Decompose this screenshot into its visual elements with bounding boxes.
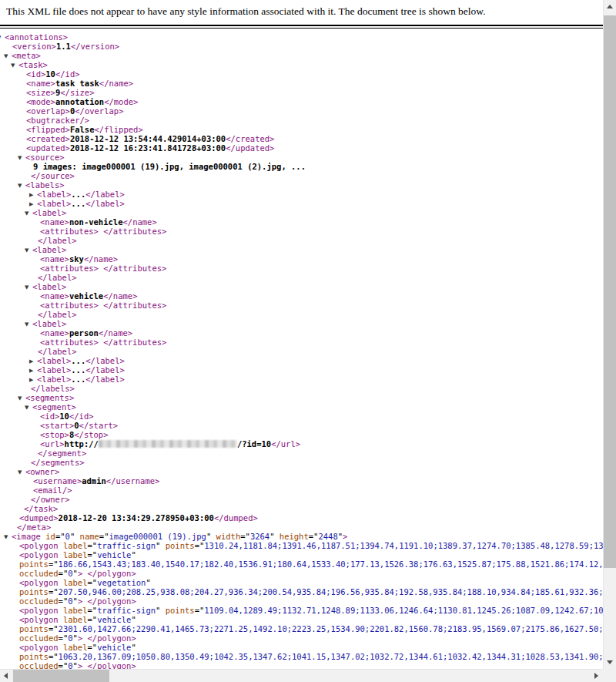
scroll-down-button[interactable]	[604, 656, 616, 669]
xml-tag: <url>	[40, 439, 65, 449]
xml-line: occluded="0"> </polygon>	[0, 569, 603, 578]
scroll-up-icon	[607, 5, 613, 8]
vertical-scrollbar-thumb[interactable]	[604, 15, 616, 568]
horizontal-scrollbar[interactable]	[0, 669, 603, 682]
xml-attr-name: label	[63, 615, 88, 624]
xml-tag: <bugtracker/>	[26, 116, 89, 125]
xml-tag: </created>	[226, 134, 274, 143]
xml-tag: </size>	[60, 88, 94, 97]
expand-arrow-icon[interactable]: ▶	[29, 357, 37, 365]
xml-tag: <mode>	[26, 97, 55, 106]
xml-line: <stop>8</stop>	[0, 430, 603, 439]
collapse-arrow-icon[interactable]: ▼	[18, 181, 25, 190]
expand-arrow-icon[interactable]: ▶	[29, 200, 37, 208]
xml-line: ▼<image id="0" name="image000001 (19).jp…	[0, 532, 603, 541]
xml-attr-value: traffic-sign	[97, 541, 156, 550]
scroll-right-button[interactable]	[590, 670, 603, 682]
xml-line: </owner>	[0, 495, 603, 504]
xml-attr-name: label	[63, 541, 88, 550]
xml-line: ▼<task>	[0, 60, 603, 69]
xml-line: <name>task task</name>	[0, 79, 603, 88]
xml-line: <mode>annotation</mode>	[0, 97, 603, 106]
collapse-arrow-icon[interactable]: ▼	[25, 283, 32, 291]
xml-tag: <label>	[37, 375, 71, 384]
xml-punct: "	[131, 550, 136, 559]
xml-tag: </name>	[99, 79, 133, 88]
horizontal-scrollbar-thumb[interactable]	[13, 670, 109, 682]
xml-text: 9 images: image000001 (19).jpg, image000…	[33, 162, 306, 171]
collapse-arrow-icon[interactable]: ▼	[18, 394, 25, 402]
xml-line: <version>1.1</version>	[0, 42, 603, 51]
xml-tag: <label>	[32, 208, 66, 217]
xml-line: ▶<label>...</label>	[0, 356, 603, 365]
xml-line: <polygon label="vegetation"	[0, 578, 603, 587]
xml-tag: <overlap>	[26, 106, 70, 116]
xml-punct: "	[206, 532, 216, 541]
collapse-arrow-icon[interactable]: ▼	[18, 153, 25, 162]
xml-attr-name: points	[166, 606, 195, 615]
vertical-scrollbar[interactable]	[603, 0, 616, 669]
xml-line: ▶<label>...</label>	[0, 375, 603, 384]
xml-tag: </attributes>	[103, 338, 166, 347]
collapse-arrow-icon[interactable]: ▼	[11, 61, 18, 69]
scroll-left-button[interactable]	[0, 670, 13, 682]
xml-attr-value: vehicle	[97, 643, 131, 652]
xml-text: ...	[71, 199, 85, 208]
xml-line: ▼<segment>	[0, 402, 603, 412]
xml-tag: </label>	[38, 310, 77, 319]
xml-tag: </polygon>	[88, 633, 136, 643]
collapse-arrow-icon[interactable]: ▼	[4, 52, 12, 60]
xml-tag: <size>	[26, 88, 55, 97]
expand-arrow-icon[interactable]: ▶	[29, 190, 37, 199]
xml-tree: ▼<annotations><version>1.1</version>▼<me…	[0, 32, 603, 669]
xml-tag: </start>	[79, 421, 119, 430]
xml-tag: </id>	[69, 412, 94, 421]
xml-tag: </label>	[85, 365, 125, 375]
xml-text: task task	[55, 79, 99, 88]
xml-line: </label>	[0, 310, 603, 319]
xml-tag: </segment>	[38, 449, 86, 458]
xml-attr-value: 3264	[250, 532, 270, 541]
scroll-right-icon	[594, 673, 598, 679]
xml-tag: </polygon>	[88, 596, 136, 606]
xml-line: occluded="0"> </polygon>	[0, 661, 603, 669]
expand-arrow-icon[interactable]: ▶	[29, 366, 37, 375]
collapse-arrow-icon[interactable]: ▼	[25, 246, 32, 254]
xml-punct: "	[156, 541, 166, 550]
xml-attr-name: label	[63, 550, 88, 559]
xml-tag: </attributes>	[103, 264, 166, 273]
xml-punct: ="	[55, 532, 65, 541]
xml-line: </label>	[0, 273, 603, 282]
xml-line: <attributes> </attributes>	[0, 264, 603, 273]
collapse-arrow-icon[interactable]: ▼	[25, 209, 32, 217]
collapse-arrow-icon[interactable]: ▼	[25, 320, 32, 328]
xml-line: <start>0</start>	[0, 421, 603, 430]
xml-line: <name>sky</name>	[0, 254, 603, 264]
xml-line: </segments>	[0, 458, 603, 467]
xml-tag: </id>	[55, 69, 80, 79]
xml-tag: </attributes>	[103, 227, 166, 236]
scroll-up-button[interactable]	[604, 0, 616, 13]
xml-attr-name: points	[19, 624, 49, 633]
xml-line: <polygon label="vehicle"	[0, 550, 603, 559]
xml-tag: <polygon	[19, 541, 63, 550]
xml-text: ...	[71, 190, 85, 199]
xml-text: 2018-12-12 13:54:44.429014+03:00	[70, 134, 226, 143]
xml-text: sky	[69, 254, 84, 264]
collapse-arrow-icon[interactable]: ▼	[25, 403, 32, 412]
xml-line: <polygon label="traffic-sign" points="13…	[0, 541, 603, 550]
xml-line: ▼<label>	[0, 245, 603, 254]
xml-line: occluded="0"> </polygon>	[0, 596, 603, 606]
xml-attr-value: vegetation	[97, 578, 146, 587]
xml-tag: <name>	[40, 254, 69, 264]
xml-tag: <updated>	[26, 143, 70, 153]
scrollbar-corner	[603, 669, 616, 682]
collapse-arrow-icon[interactable]: ▼	[4, 532, 12, 541]
expand-arrow-icon[interactable]: ▶	[29, 375, 37, 384]
xml-line: ▶<label>...</label>	[0, 199, 603, 208]
collapse-arrow-icon[interactable]: ▼	[18, 468, 25, 476]
xml-line: <created>2018-12-12 13:54:44.429014+03:0…	[0, 134, 603, 143]
xml-tag: <image	[12, 532, 45, 541]
xml-tag: <label>	[37, 199, 71, 208]
xml-line: points="2301.60,1427.66;2290.41,1465.73;…	[0, 624, 603, 633]
